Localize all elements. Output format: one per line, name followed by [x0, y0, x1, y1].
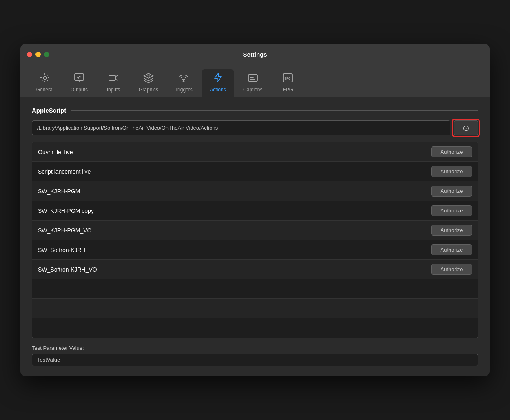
script-name: Script lancement live	[38, 168, 431, 175]
arrow-right-icon: ⊙	[463, 123, 470, 133]
script-name: SW_Softron-KJRH	[38, 247, 431, 253]
path-row: /Library/Application Support/Softron/OnT…	[32, 120, 478, 136]
camera-icon	[108, 73, 119, 85]
bolt-icon	[213, 73, 223, 85]
path-field: /Library/Application Support/Softron/OnT…	[32, 120, 450, 136]
traffic-lights	[27, 52, 49, 57]
table-row: SW_Softron-KJRH Authorize	[32, 240, 478, 260]
epg-icon: EPG	[282, 73, 293, 85]
script-name: SW_KJRH-PGM_VO	[38, 227, 431, 234]
authorize-button-3[interactable]: Authorize	[431, 205, 472, 216]
tab-general[interactable]: General	[29, 69, 61, 97]
svg-text:CG: CG	[147, 75, 151, 77]
tab-graphics-label: Graphics	[139, 87, 158, 93]
script-name: SW_KJRH-PGM copy	[38, 208, 431, 214]
content-area: AppleScript /Library/Application Support…	[20, 97, 490, 376]
tab-outputs-label: Outputs	[71, 87, 88, 93]
test-param-label: Test Parameter Value:	[32, 345, 478, 351]
test-param-section: Test Parameter Value:	[32, 345, 478, 366]
table-row: SW_KJRH-PGM copy Authorize	[32, 201, 478, 221]
layers-icon: CG	[143, 73, 154, 85]
minimize-button[interactable]	[35, 52, 41, 57]
tab-inputs-label: Inputs	[107, 87, 120, 93]
authorize-button-2[interactable]: Authorize	[431, 186, 472, 197]
wifi-icon	[178, 73, 189, 85]
tab-actions[interactable]: Actions	[202, 69, 234, 97]
tab-captions-label: Captions	[243, 87, 262, 93]
gear-icon	[40, 73, 50, 85]
svg-rect-6	[248, 75, 257, 81]
tab-epg[interactable]: EPG EPG	[271, 69, 304, 97]
empty-row	[32, 299, 478, 318]
svg-rect-2	[109, 75, 115, 80]
section-header: AppleScript	[32, 107, 478, 114]
tab-captions[interactable]: Captions	[236, 69, 270, 97]
section-title: AppleScript	[32, 107, 66, 114]
settings-window: Settings General Outputs	[20, 44, 490, 376]
test-param-input[interactable]	[32, 354, 478, 366]
tab-triggers-label: Triggers	[175, 87, 193, 93]
table-row: Ouvrir_le_live Authorize	[32, 142, 478, 162]
navigate-btn-wrapper: ⊙	[454, 120, 478, 136]
script-name: SW_Softron-KJRH_VO	[38, 266, 431, 273]
script-name: SW_KJRH-PGM	[38, 188, 431, 195]
tab-epg-label: EPG	[283, 87, 293, 93]
table-row: SW_KJRH-PGM Authorize	[32, 181, 478, 201]
empty-row	[32, 279, 478, 299]
table-row: Script lancement live Authorize	[32, 162, 478, 181]
close-button[interactable]	[27, 52, 32, 57]
table-row: SW_Softron-KJRH_VO Authorize	[32, 260, 478, 279]
section-divider	[71, 110, 478, 111]
tab-triggers[interactable]: Triggers	[167, 69, 200, 97]
authorize-button-1[interactable]: Authorize	[431, 166, 472, 177]
authorize-button-5[interactable]: Authorize	[431, 244, 472, 255]
tab-actions-label: Actions	[210, 87, 226, 93]
monitor-icon	[74, 73, 84, 85]
scripts-list: Ouvrir_le_live Authorize Script lancemen…	[32, 142, 478, 338]
tab-general-label: General	[36, 87, 54, 93]
authorize-button-6[interactable]: Authorize	[431, 264, 472, 275]
tab-graphics[interactable]: CG Graphics	[131, 69, 166, 97]
tabbar: General Outputs Inputs	[20, 65, 490, 97]
table-row: SW_KJRH-PGM_VO Authorize	[32, 221, 478, 240]
maximize-button[interactable]	[44, 52, 49, 57]
svg-point-5	[183, 80, 184, 82]
authorize-button-0[interactable]: Authorize	[431, 146, 472, 157]
tab-outputs[interactable]: Outputs	[63, 69, 95, 97]
tab-inputs[interactable]: Inputs	[97, 69, 130, 97]
titlebar: Settings	[20, 44, 490, 65]
empty-row	[32, 318, 478, 338]
svg-point-0	[44, 76, 47, 79]
svg-text:EPG: EPG	[285, 77, 291, 80]
script-name: Ouvrir_le_live	[38, 149, 431, 155]
navigate-button[interactable]: ⊙	[454, 120, 478, 136]
window-title: Settings	[243, 51, 267, 58]
authorize-button-4[interactable]: Authorize	[431, 225, 472, 236]
captions-icon	[248, 73, 258, 85]
